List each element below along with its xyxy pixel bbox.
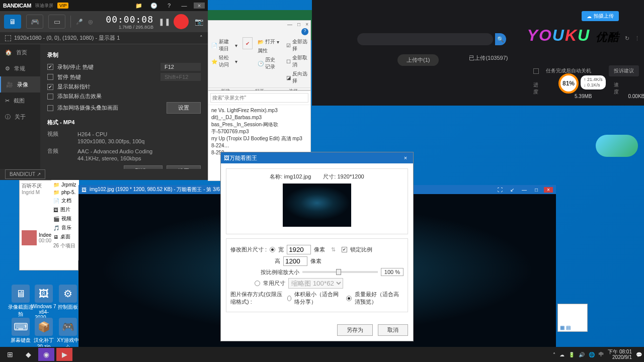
system-tray[interactable]: ˄ ☁ 🔋 🔊 🌐 中 下午 08:012020/9/1 💬	[553, 349, 642, 360]
upload-button[interactable]: ☁拍摄上传	[582, 11, 619, 21]
close-icon[interactable]: ×	[305, 22, 308, 27]
min-icon[interactable]: —	[287, 22, 292, 27]
file-categories: 📁Jrpmlz 📁php-5. 📄文档 🖼图片 🎬视频 🎵音乐 🖥桌面 26 个…	[51, 180, 79, 260]
task-app[interactable]: ▶	[56, 348, 72, 361]
search-input[interactable]	[210, 93, 308, 103]
resize-dialog: 🖼 万能看图王 × 名称: img102.jpg 尺寸: 1920*1200 修…	[220, 152, 414, 341]
thumbnail	[283, 184, 351, 227]
height-input[interactable]	[283, 256, 307, 266]
tab-done[interactable]: 已上传(103597)	[469, 54, 508, 66]
side-home[interactable]: 🏠首页	[0, 44, 40, 60]
filesize: 1.7MB / 295.8GB	[106, 25, 153, 30]
side-about[interactable]: ⓘ关于	[0, 109, 40, 125]
pause-button[interactable]: ❚❚	[158, 18, 169, 26]
tab-uploading[interactable]: 上传中(1)	[397, 54, 439, 66]
min-icon[interactable]: —	[179, 3, 190, 9]
screenshot-button[interactable]: 📷	[194, 18, 204, 26]
file-item[interactable]: dit)_-_DJ_Barbas.mp3	[211, 114, 307, 121]
tray-icon[interactable]: 中	[599, 351, 604, 358]
radio-preset[interactable]	[255, 281, 260, 286]
search-bar[interactable]	[357, 33, 493, 45]
net-speed: ↑ 21.4K/s ↓ 0.1K/s	[581, 75, 606, 89]
bandicut-link[interactable]: BANDICUT ↗	[5, 169, 45, 179]
preset-button[interactable]: 预设 ▾	[124, 165, 163, 169]
task-app[interactable]: ◉	[38, 348, 54, 361]
dialog-icon: 🖼	[224, 155, 229, 161]
app-icon: 🖼	[82, 187, 87, 193]
excel-ribbon: —□× ? 📄新建项目▾ ⭐轻松访问▾ ✔ 📂打开▾ 属性 🕑历史记录 ☑全部选…	[208, 20, 311, 90]
window-title: img102.jpg (1920 * 1200, 980.52 KB) - 万能…	[90, 186, 238, 193]
desktop-icon[interactable]: 🎮XY游戏中心	[55, 318, 80, 351]
side-record[interactable]: 🎥录像	[0, 76, 40, 93]
side-general[interactable]: ⚙常规	[0, 60, 40, 76]
file-item[interactable]: ne Vs. LightFirez Remix).mp3	[211, 107, 307, 114]
cancel-button[interactable]: 取消	[378, 324, 408, 336]
mic-icon[interactable]: 🎤	[76, 19, 83, 25]
bandicam-logo: BANDICAM	[3, 3, 31, 9]
help-icon[interactable]: ?	[164, 3, 175, 9]
mode-game[interactable]: 🎮	[26, 15, 43, 29]
settings-button[interactable]: 设置	[167, 102, 201, 114]
side-shot[interactable]: ✂截图	[0, 93, 40, 109]
bandicam-window: BANDICAM 班迪录屏 VIP 📁 🕑 ? — × 🖥 🎮 ▭ 🎤 ◎ 00…	[0, 0, 208, 180]
lock-ratio-checkbox[interactable]: ✔	[342, 247, 347, 252]
dialog-title: 万能看图王	[229, 154, 257, 162]
checkbox[interactable]	[47, 105, 53, 111]
feedback-button[interactable]: 投诉建议	[609, 65, 639, 76]
mini-window: ▦ ▤	[557, 304, 588, 332]
clock[interactable]: 下午 08:012020/9/1	[608, 349, 632, 360]
preset-select[interactable]: 缩略图 100*62	[288, 278, 343, 289]
file-item[interactable]: bas_Pres._In_Session-网络歌手-5700769.mp3	[211, 121, 307, 135]
mascot	[596, 135, 638, 157]
width-input[interactable]	[287, 245, 311, 254]
resolution-bar[interactable]: 1920x1080 - (0, 0), (1920, 1080) - 显示器 1…	[0, 32, 208, 44]
desktop-icon[interactable]: 📦汉化补丁 20.zip	[31, 318, 56, 349]
file-item[interactable]: rry Up (Tropix DJ Bootleg Edit) 高清 mp3	[211, 135, 307, 142]
hotkey-field[interactable]: F12	[160, 63, 201, 71]
radio-small[interactable]	[287, 296, 292, 301]
radio-best[interactable]	[346, 296, 352, 301]
tray-icon[interactable]: 🔋	[569, 352, 575, 357]
max-icon[interactable]: □	[297, 22, 300, 27]
checkbox[interactable]	[47, 94, 53, 100]
progress-badge: 81%	[558, 73, 579, 94]
mode-device[interactable]: ▭	[48, 15, 65, 29]
youku-logo: YOUKU 优酷	[527, 26, 620, 45]
radio-custom[interactable]	[270, 247, 275, 252]
search-icon[interactable]: 🔍	[495, 33, 506, 45]
timer: 00:00:08	[106, 14, 153, 25]
vip-badge: VIP	[57, 3, 69, 9]
save-as-button[interactable]: 另存为	[337, 324, 373, 336]
desktop-icon[interactable]: ⌨屏幕键盘	[8, 318, 33, 344]
tray-icon[interactable]: ☁	[559, 352, 565, 357]
youku-panel: ☁拍摄上传 YOUKU 优酷 ↻⋮ 🔍 上传中(1) 已上传(103597) 任…	[312, 0, 644, 106]
max-icon[interactable]: □	[532, 187, 541, 193]
restore-icon[interactable]: ↙	[508, 187, 517, 193]
close-icon[interactable]: ×	[194, 3, 205, 9]
desktop-icon[interactable]: ⚙控制面板	[55, 285, 80, 311]
fullscreen-icon[interactable]: ⛶	[496, 187, 505, 193]
tray-icon[interactable]: 🌐	[589, 352, 595, 357]
tray-icon[interactable]: 🔊	[579, 352, 585, 357]
task-app[interactable]: ◆	[20, 348, 36, 361]
close-icon[interactable]: ×	[544, 187, 553, 193]
taskbar: ⊞ ◆ ◉ ▶ ˄ ☁ 🔋 🔊 🌐 中 下午 08:012020/9/1 💬	[0, 347, 644, 362]
desktop-icon[interactable]: 🖼Windows 7 x64-2020-…	[31, 285, 56, 320]
folder-icon[interactable]: 📁	[133, 3, 144, 9]
checkbox[interactable]: ✔	[47, 84, 53, 90]
desktop-icon[interactable]: 🖥录像截面连拍	[8, 285, 33, 318]
notifications-icon[interactable]: 💬	[636, 352, 642, 357]
clock-icon[interactable]: 🕑	[148, 3, 159, 9]
settings-button[interactable]: 设置	[167, 165, 201, 169]
close-icon[interactable]: ×	[401, 155, 410, 161]
file-item[interactable]: 8-224…	[211, 142, 307, 149]
mode-screen[interactable]: 🖥	[4, 15, 21, 29]
start-button[interactable]: ⊞	[2, 348, 18, 361]
record-button[interactable]	[174, 14, 189, 29]
min-icon[interactable]: —	[520, 187, 529, 193]
scale-slider[interactable]	[302, 271, 378, 273]
checkbox[interactable]: ✔	[47, 64, 53, 70]
webcam-icon[interactable]: ◎	[88, 19, 93, 25]
checkbox[interactable]	[47, 74, 53, 80]
tray-icon[interactable]: ˄	[553, 352, 555, 357]
